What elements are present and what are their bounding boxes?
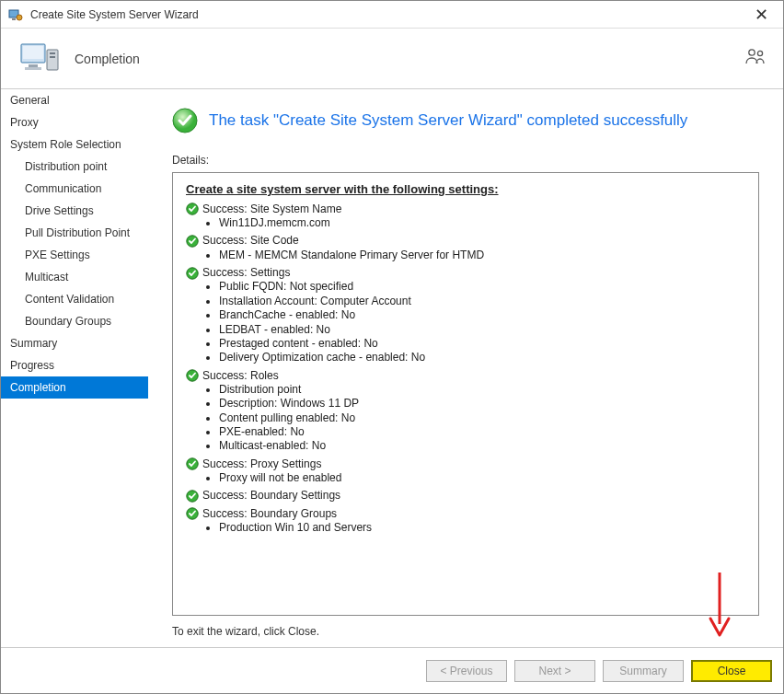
nav-item[interactable]: Boundary Groups [1, 310, 148, 332]
details-box: Create a site system server with the fol… [172, 172, 759, 616]
next-button: Next > [514, 660, 595, 682]
success-title: Success: Site System Name [202, 202, 341, 216]
wizard-step-title: Completion [75, 52, 140, 66]
exit-instruction: To exit the wizard, click Close. [172, 625, 759, 638]
summary-button: Summary [603, 660, 684, 682]
success-line: Success: Site Code [186, 234, 745, 248]
detail-item: Production Win 10 and Servers [219, 521, 745, 535]
svg-point-11 [757, 51, 762, 55]
success-line: Success: Boundary Groups [186, 507, 745, 521]
completion-title: The task "Create Site System Server Wiza… [209, 111, 687, 130]
titlebar: Create Site System Server Wizard ✕ [1, 1, 783, 29]
details-label: Details: [172, 154, 759, 167]
detail-item: Proxy will not be enabled [219, 471, 745, 485]
nav-item[interactable]: Pull Distribution Point [1, 222, 148, 244]
window-title: Create Site System Server Wizard [30, 8, 747, 21]
detail-item: Win11DJ.memcm.com [219, 216, 745, 230]
success-title: Success: Site Code [202, 234, 299, 248]
wizard-header-icon [19, 40, 56, 77]
wizard-nav: GeneralProxySystem Role SelectionDistrib… [1, 89, 148, 647]
success-line: Success: Boundary Settings [186, 489, 745, 503]
details-heading: Create a site system server with the fol… [186, 182, 745, 198]
nav-item[interactable]: Content Validation [1, 288, 148, 310]
svg-rect-1 [12, 18, 16, 20]
detail-item: Multicast-enabled: No [219, 439, 745, 453]
detail-list: Distribution pointDescription: Windows 1… [219, 383, 745, 454]
close-window-button[interactable]: ✕ [747, 5, 776, 25]
detail-item: Delivery Optimization cache - enabled: N… [219, 351, 745, 364]
svg-point-10 [749, 50, 755, 55]
nav-item[interactable]: Completion [1, 376, 148, 399]
svg-rect-6 [25, 67, 41, 70]
content-area: The task "Create Site System Server Wiza… [148, 89, 783, 647]
people-icon[interactable] [744, 47, 767, 65]
detail-list: Proxy will not be enabled [219, 471, 745, 485]
detail-list: Win11DJ.memcm.com [219, 216, 745, 230]
detail-item: PXE-enabled: No [219, 425, 745, 439]
close-button[interactable]: Close [691, 660, 772, 682]
detail-item: BranchCache - enabled: No [219, 308, 745, 322]
wizard-header: Completion [1, 29, 783, 88]
svg-point-2 [17, 15, 22, 20]
success-line: Success: Settings [186, 266, 745, 280]
detail-group: Success: Site System NameWin11DJ.memcm.c… [186, 202, 745, 231]
svg-rect-8 [50, 52, 55, 54]
success-title: Success: Boundary Settings [202, 489, 340, 503]
nav-item[interactable]: System Role Selection [1, 133, 148, 156]
nav-item[interactable]: Drive Settings [1, 200, 148, 222]
svg-rect-9 [50, 56, 55, 58]
detail-item: MEM - MEMCM Standalone Primary Server fo… [219, 249, 745, 262]
detail-group: Success: Boundary GroupsProduction Win 1… [186, 507, 745, 536]
svg-rect-4 [23, 46, 43, 59]
detail-item: Prestaged content - enabled: No [219, 337, 745, 351]
success-title: Success: Proxy Settings [202, 457, 321, 471]
detail-item: Content pulling enabled: No [219, 411, 745, 425]
detail-item: Installation Account: Computer Account [219, 295, 745, 308]
detail-group: Success: Boundary Settings [186, 489, 745, 503]
nav-item[interactable]: Progress [1, 354, 148, 376]
app-icon [8, 7, 23, 22]
detail-item: Public FQDN: Not specified [219, 280, 745, 294]
nav-item[interactable]: Communication [1, 178, 148, 200]
nav-item[interactable]: Distribution point [1, 156, 148, 178]
svg-rect-5 [29, 64, 38, 67]
detail-list: Production Win 10 and Servers [219, 521, 745, 535]
nav-item[interactable]: General [1, 89, 148, 111]
previous-button: < Previous [426, 660, 507, 682]
success-title: Success: Boundary Groups [202, 507, 337, 521]
detail-list: MEM - MEMCM Standalone Primary Server fo… [219, 249, 745, 262]
detail-group: Success: SettingsPublic FQDN: Not specif… [186, 266, 745, 365]
detail-item: LEDBAT - enabled: No [219, 323, 745, 337]
success-line: Success: Roles [186, 369, 745, 383]
detail-item: Distribution point [219, 383, 745, 397]
success-title: Success: Settings [202, 266, 290, 280]
nav-item[interactable]: Multicast [1, 266, 148, 288]
success-icon [172, 108, 198, 133]
nav-item[interactable]: Summary [1, 332, 148, 354]
detail-list: Public FQDN: Not specifiedInstallation A… [219, 280, 745, 364]
button-bar: < Previous Next > Summary Close [1, 647, 783, 693]
success-line: Success: Site System Name [186, 202, 745, 216]
success-line: Success: Proxy Settings [186, 457, 745, 471]
detail-group: Success: Proxy SettingsProxy will not be… [186, 457, 745, 486]
nav-item[interactable]: Proxy [1, 111, 148, 133]
detail-item: Description: Windows 11 DP [219, 397, 745, 411]
detail-group: Success: Site CodeMEM - MEMCM Standalone… [186, 234, 745, 262]
detail-group: Success: RolesDistribution pointDescript… [186, 369, 745, 454]
success-title: Success: Roles [202, 369, 279, 383]
nav-item[interactable]: PXE Settings [1, 244, 148, 266]
